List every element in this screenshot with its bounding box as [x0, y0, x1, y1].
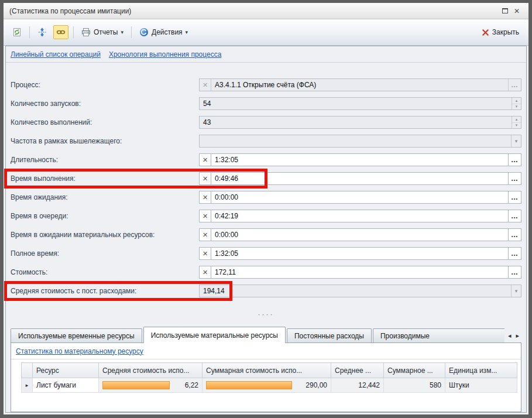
material-resource-statistics-link[interactable]: Статистика по материальному ресурсу	[16, 347, 143, 355]
maximize-icon	[502, 8, 508, 13]
spinner: ▴▾	[512, 117, 521, 128]
dropdown-arrow-icon: ▾	[511, 285, 521, 297]
close-button[interactable]: Закрыть	[478, 26, 523, 38]
process-label: Процесс:	[11, 81, 199, 89]
spin-down-icon: ▾	[512, 123, 521, 129]
cell-avg-cost[interactable]: 6,22	[99, 378, 202, 393]
tab-produced[interactable]: Производимые	[373, 328, 504, 342]
form-row-process: Процесс: ✕ А3.4.1.1 Открытие счёта (ФСА)…	[11, 78, 521, 91]
splitter-handle[interactable]: ····	[6, 310, 526, 318]
ellipsis-button[interactable]: …	[508, 210, 521, 222]
resource-grid: Ресурс Средняя стоимость испо... Суммарн…	[21, 362, 517, 393]
cell-resource[interactable]: Лист бумаги	[33, 378, 99, 393]
window-title: (Статистика по процессам имитации)	[9, 7, 131, 15]
tab-temporary-resources[interactable]: Используемые временные ресурсы	[11, 328, 142, 342]
duration-value[interactable]: 1:32:05	[211, 154, 508, 166]
clear-icon[interactable]: ✕	[200, 266, 211, 278]
cell-avg-qty[interactable]: 12,442	[331, 378, 384, 393]
column-header-resource[interactable]: Ресурс	[33, 363, 99, 378]
link-mode-toggle[interactable]	[53, 25, 68, 39]
table-row[interactable]: ▸ Лист бумаги 6,22	[22, 378, 517, 393]
waiting-time-field[interactable]: ✕ 0:00:00 …	[199, 191, 521, 204]
process-chronology-link[interactable]: Хронология выполнения процесса	[109, 50, 221, 59]
maximize-button[interactable]	[499, 6, 511, 16]
cost-value[interactable]: 172,11	[211, 266, 508, 278]
frequency-label: Частота в рамках вышележащего:	[11, 137, 199, 145]
cell-unit[interactable]: Штуки	[445, 378, 517, 393]
column-header-avg-cost[interactable]: Средняя стоимость испо...	[99, 363, 202, 378]
avg-cost-fixed-field: 194,14 ▾	[199, 285, 521, 297]
close-label: Закрыть	[492, 28, 519, 36]
screenshot-root: (Статистика по процессам имитации) ✕	[0, 0, 532, 418]
tab-fixed-costs[interactable]: Постоянные расходы	[287, 328, 372, 342]
autofit-button[interactable]	[35, 25, 50, 39]
tab-strip: Используемые временные ресурсы Используе…	[11, 327, 521, 342]
column-header-total-cost[interactable]: Суммарная стоимость испо...	[202, 363, 331, 378]
linear-operations-link[interactable]: Линейный список операций	[11, 50, 101, 59]
form-row-waiting-time: Время ожидания: ✕ 0:00:00 …	[11, 191, 521, 204]
ellipsis-button[interactable]: …	[508, 191, 521, 203]
dropdown-arrow-icon: ▾	[511, 135, 521, 147]
launch-count-field: 54 ▴▾	[199, 97, 521, 110]
queue-time-field[interactable]: ✕ 0:42:19 …	[199, 210, 521, 222]
cell-total-cost[interactable]: 290,00	[202, 378, 331, 393]
material-wait-time-value[interactable]: 0:00:00	[211, 229, 508, 241]
form-row-full-time: Полное время: ✕ 1:32:05 …	[11, 247, 521, 260]
clear-icon[interactable]: ✕	[200, 248, 211, 259]
ellipsis-button[interactable]: …	[508, 248, 521, 259]
ellipsis-button[interactable]: …	[508, 229, 521, 241]
execution-count-field: 43 ▴▾	[199, 116, 521, 129]
tab-scroll-buttons: ◂ ▸	[504, 328, 521, 342]
resource-grid-wrap: Ресурс Средняя стоимость испо... Суммарн…	[21, 362, 521, 393]
avg-cost-fixed-label: Средняя стоимость с пост. расходами:	[11, 287, 199, 295]
cost-field[interactable]: ✕ 172,11 …	[199, 266, 521, 279]
reports-menu-button[interactable]: Отчеты ▾	[78, 25, 126, 39]
actions-label: Действия	[152, 28, 183, 36]
form-row-launch-count: Количество запусков: 54 ▴▾	[11, 97, 521, 110]
full-time-field[interactable]: ✕ 1:32:05 …	[199, 247, 521, 260]
waiting-time-value[interactable]: 0:00:00	[211, 191, 508, 203]
ellipsis-button[interactable]: …	[508, 173, 521, 184]
reports-label: Отчеты	[94, 28, 118, 36]
spin-up-icon: ▴	[512, 98, 521, 104]
clear-icon[interactable]: ✕	[200, 154, 211, 166]
launch-count-value: 54	[200, 98, 512, 109]
clear-icon[interactable]: ✕	[200, 191, 211, 203]
clear-icon[interactable]: ✕	[200, 173, 211, 184]
duration-field[interactable]: ✕ 1:32:05 …	[199, 153, 521, 166]
actions-menu-button[interactable]: Действия ▾	[136, 25, 191, 39]
refresh-button[interactable]	[9, 25, 25, 39]
material-wait-time-field[interactable]: ✕ 0:00:00 …	[199, 228, 521, 241]
execution-time-field[interactable]: ✕ 0:49:46 …	[199, 172, 521, 185]
column-header-total-qty[interactable]: Суммарное ...	[384, 363, 445, 378]
duration-label: Длительность:	[11, 156, 199, 164]
execution-time-value[interactable]: 0:49:46	[211, 173, 508, 184]
form-row-avg-cost-fixed: Средняя стоимость с пост. расходами: 194…	[11, 285, 521, 297]
tab-scroll-left-icon[interactable]: ◂	[508, 332, 512, 340]
window-close-button[interactable]: ✕	[511, 6, 523, 16]
queue-time-value[interactable]: 0:42:19	[211, 210, 508, 222]
form-row-queue-time: Время в очереди: ✕ 0:42:19 …	[11, 210, 521, 222]
clear-icon[interactable]: ✕	[200, 210, 211, 222]
total-cost-bar	[206, 381, 292, 389]
toolbar-separator	[131, 26, 132, 38]
toolbar-separator	[73, 26, 74, 38]
frequency-field: ▾	[199, 135, 521, 148]
statistics-form: Процесс: ✕ А3.4.1.1 Открытие счёта (ФСА)…	[6, 63, 526, 303]
tab-material-resources[interactable]: Используемые материальные ресурсы	[143, 327, 286, 343]
ellipsis-button[interactable]: …	[508, 154, 521, 166]
cell-total-qty[interactable]: 580	[384, 378, 445, 393]
printer-icon	[81, 28, 91, 37]
full-time-value[interactable]: 1:32:05	[211, 248, 508, 259]
statistics-window: (Статистика по процессам имитации) ✕	[4, 3, 528, 414]
title-bar: (Статистика по процессам имитации) ✕	[4, 3, 528, 19]
column-header-unit[interactable]: Единица изм...	[445, 363, 517, 378]
ellipsis-button[interactable]: …	[508, 266, 521, 278]
clear-icon[interactable]: ✕	[200, 229, 211, 241]
execution-count-label: Количество выполнений:	[11, 118, 199, 126]
form-row-execution-time: Время выполнения: ✕ 0:49:46 …	[11, 172, 521, 185]
execution-count-value: 43	[200, 117, 512, 128]
tab-scroll-right-icon[interactable]: ▸	[516, 332, 519, 340]
column-header-avg-qty[interactable]: Среднее ...	[331, 363, 384, 378]
launch-count-label: Количество запусков:	[11, 100, 199, 108]
